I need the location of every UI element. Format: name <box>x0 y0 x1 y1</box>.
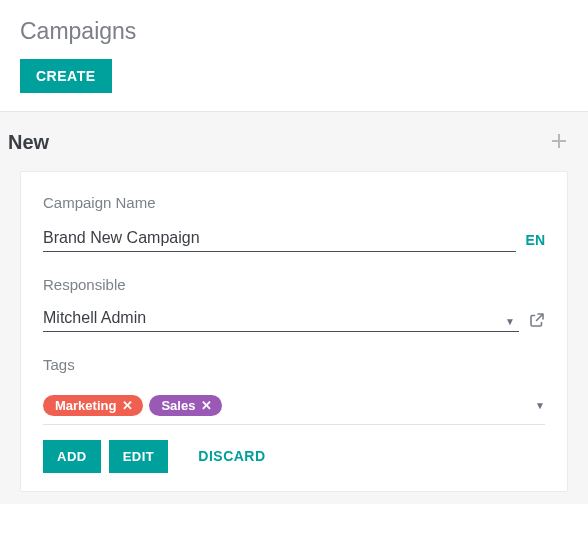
page-header: Campaigns CREATE <box>0 0 588 111</box>
column-header: New <box>20 130 568 155</box>
external-link-icon <box>529 312 545 328</box>
tag-label: Sales <box>161 398 195 413</box>
plus-icon <box>552 134 566 148</box>
tags-label: Tags <box>43 356 545 373</box>
campaign-name-input[interactable] <box>43 227 516 252</box>
campaign-form-card: Campaign Name EN Responsible Mitchell Ad… <box>20 171 568 492</box>
responsible-field: Responsible Mitchell Admin ▼ <box>43 276 545 332</box>
responsible-row: Mitchell Admin ▼ <box>43 309 545 332</box>
create-button[interactable]: CREATE <box>20 59 112 93</box>
column-title: New <box>8 131 49 154</box>
add-button[interactable]: ADD <box>43 440 101 473</box>
campaign-name-row: EN <box>43 227 545 252</box>
tag-sales: Sales ✕ <box>149 395 222 416</box>
tags-input[interactable]: Marketing ✕ Sales ✕ ▼ <box>43 389 545 425</box>
external-link-button[interactable] <box>529 312 545 332</box>
add-column-button[interactable] <box>550 130 568 155</box>
edit-button[interactable]: EDIT <box>109 440 169 473</box>
kanban-column: New Campaign Name EN Responsible Mitchel… <box>0 112 588 504</box>
tag-label: Marketing <box>55 398 116 413</box>
responsible-label: Responsible <box>43 276 545 293</box>
responsible-select[interactable]: Mitchell Admin ▼ <box>43 309 519 332</box>
page-title: Campaigns <box>20 18 568 45</box>
discard-button[interactable]: DISCARD <box>188 439 275 473</box>
responsible-value: Mitchell Admin <box>43 309 501 327</box>
language-badge[interactable]: EN <box>526 232 545 252</box>
tag-remove-button[interactable]: ✕ <box>120 399 135 412</box>
chevron-down-icon: ▼ <box>501 316 519 327</box>
form-actions: ADD EDIT DISCARD <box>43 439 545 473</box>
chevron-down-icon: ▼ <box>535 400 545 411</box>
campaign-name-field: Campaign Name EN <box>43 194 545 252</box>
tags-field: Tags Marketing ✕ Sales ✕ ▼ <box>43 356 545 425</box>
campaign-name-label: Campaign Name <box>43 194 545 211</box>
tag-remove-button[interactable]: ✕ <box>199 399 214 412</box>
tag-marketing: Marketing ✕ <box>43 395 143 416</box>
